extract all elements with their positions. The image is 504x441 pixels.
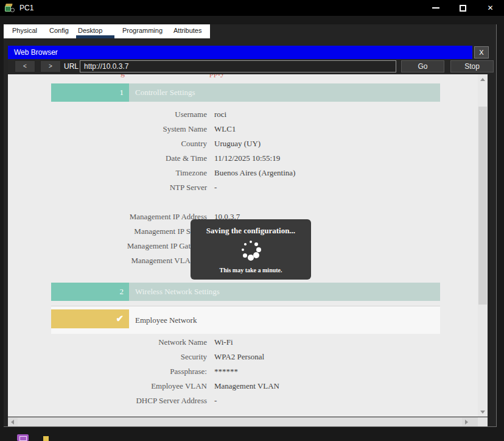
field-row: TimezoneBuenos Aires (Argentina) bbox=[51, 166, 440, 180]
vertical-scroll-thumb[interactable] bbox=[478, 107, 487, 305]
close-icon: ✕ bbox=[487, 4, 493, 12]
tab-desktop[interactable]: Desktop bbox=[78, 27, 102, 34]
field-value: 11/12/2025 10:55:19 bbox=[214, 153, 280, 163]
browser-titlebar: Web Browser bbox=[8, 46, 489, 59]
field-value: roci bbox=[214, 110, 226, 119]
tab-config[interactable]: Config bbox=[49, 27, 69, 34]
clipped-top-text: g pply bbox=[8, 74, 478, 79]
section-number: 1 bbox=[51, 83, 129, 102]
field-value: WLC1 bbox=[214, 124, 236, 134]
field-row: CountryUruguay (UY) bbox=[51, 136, 440, 151]
tab-programming[interactable]: Programming bbox=[122, 27, 163, 34]
controller-settings-fields: Usernameroci System NameWLC1 CountryUrug… bbox=[51, 107, 440, 195]
field-value: - bbox=[214, 396, 217, 406]
field-label: Security bbox=[51, 352, 207, 362]
tab-bar: Physical Config Desktop Programming Attr… bbox=[4, 24, 210, 38]
employee-network-label: Employee Network bbox=[135, 306, 197, 334]
vertical-scrollbar[interactable] bbox=[478, 74, 488, 417]
field-value: Buenos Aires (Argentina) bbox=[214, 168, 295, 178]
field-value: ****** bbox=[214, 367, 238, 376]
field-row: SecurityWPA2 Personal bbox=[51, 350, 440, 364]
scroll-up-button[interactable] bbox=[478, 74, 488, 84]
field-label: DHCP Server Address bbox=[51, 396, 207, 406]
scroll-left-button[interactable] bbox=[8, 417, 16, 426]
maximize-icon bbox=[460, 5, 466, 12]
minimize-icon bbox=[432, 7, 439, 9]
scroll-down-icon bbox=[480, 411, 485, 414]
field-value: WPA2 Personal bbox=[214, 352, 264, 362]
url-label: URL bbox=[64, 60, 79, 72]
browser-close-button[interactable]: X bbox=[474, 46, 489, 58]
pc-device-icon bbox=[5, 4, 15, 12]
scroll-right-button[interactable] bbox=[462, 417, 471, 426]
field-row: Employee VLANManagement VLAN bbox=[51, 379, 440, 393]
field-label: Passphrase: bbox=[51, 367, 207, 376]
field-value: Management VLAN bbox=[214, 381, 279, 391]
scroll-left-icon bbox=[11, 420, 14, 425]
section-number: 2 bbox=[51, 283, 129, 301]
field-row: Date & Time11/12/2025 10:55:19 bbox=[51, 151, 440, 166]
scroll-down-button[interactable] bbox=[478, 407, 488, 417]
field-label: Network Name bbox=[51, 337, 207, 347]
section-header-controller-settings: 1 Controller Settings bbox=[51, 83, 440, 102]
field-label: System Name bbox=[51, 124, 207, 134]
browser-title: Web Browser bbox=[8, 46, 489, 59]
field-row: DHCP Server Address- bbox=[51, 393, 440, 408]
field-label: NTP Server bbox=[51, 183, 207, 192]
scroll-up-icon bbox=[480, 78, 485, 81]
active-tab-indicator bbox=[76, 35, 114, 38]
window-titlebar: PC1 ✕ bbox=[0, 0, 504, 16]
field-value: - bbox=[214, 183, 217, 192]
section-header-wireless-settings: 2 Wireless Network Settings bbox=[51, 283, 440, 301]
dialog-subtitle: This may take a minute. bbox=[191, 267, 311, 273]
field-label: Country bbox=[51, 139, 207, 149]
field-label: Employee VLAN bbox=[51, 381, 207, 391]
field-row: System NameWLC1 bbox=[51, 122, 440, 136]
url-input[interactable]: http://10.0.3.7 bbox=[80, 60, 396, 72]
horizontal-scroll-thumb[interactable] bbox=[18, 418, 462, 426]
section-title: Wireless Network Settings bbox=[129, 283, 440, 301]
field-label: Timezone bbox=[51, 168, 207, 178]
field-label: Management IP S bbox=[51, 227, 191, 236]
field-row: Passphrase:****** bbox=[51, 364, 440, 379]
forward-button[interactable]: > bbox=[40, 60, 61, 72]
field-label: Management IP Gat bbox=[51, 241, 191, 251]
clipped-fragment: pply bbox=[209, 74, 225, 78]
employee-network-row: ✔ Employee Network bbox=[51, 306, 440, 334]
field-value: Uruguay (UY) bbox=[214, 139, 261, 149]
window-title: PC1 bbox=[19, 4, 33, 12]
dialog-title: Saving the configuration... bbox=[191, 226, 311, 236]
employee-network-badge: ✔ bbox=[51, 309, 129, 328]
section-title: Controller Settings bbox=[129, 83, 440, 102]
saving-dialog: Saving the configuration... This may tak… bbox=[191, 219, 311, 280]
field-row: Usernameroci bbox=[51, 107, 440, 122]
clipped-fragment: g bbox=[121, 74, 125, 78]
maximize-button[interactable] bbox=[449, 0, 477, 16]
back-button[interactable]: < bbox=[15, 60, 35, 72]
taskbar-icon[interactable] bbox=[17, 434, 29, 441]
browser-viewport: g pply 1 Controller Settings Usernameroc… bbox=[8, 74, 478, 417]
tab-attributes[interactable]: Attributes bbox=[173, 27, 201, 34]
app-frame: Physical Config Desktop Programming Attr… bbox=[4, 24, 497, 427]
tab-physical[interactable]: Physical bbox=[12, 27, 37, 34]
field-label: Username bbox=[51, 110, 207, 119]
field-label: Management IP Address bbox=[51, 212, 207, 222]
field-label: Management VLA bbox=[51, 256, 191, 266]
field-label: Date & Time bbox=[51, 153, 207, 163]
wireless-network-fields: Network NameWi-Fi SecurityWPA2 Personal … bbox=[51, 335, 440, 408]
field-value: Wi-Fi bbox=[214, 337, 233, 347]
field-row: NTP Server- bbox=[51, 180, 440, 195]
stop-button[interactable]: Stop bbox=[450, 60, 494, 72]
horizontal-scrollbar[interactable] bbox=[8, 417, 478, 426]
browser-toolbar: < > URL http://10.0.3.7 Go Stop bbox=[8, 59, 489, 74]
checkmark-icon: ✔ bbox=[116, 314, 129, 323]
scroll-right-icon bbox=[465, 420, 468, 425]
scrollbar-corner bbox=[478, 417, 488, 426]
go-button[interactable]: Go bbox=[401, 60, 444, 72]
close-button[interactable]: ✕ bbox=[477, 0, 504, 16]
minimize-button[interactable] bbox=[422, 0, 449, 16]
taskbar-icon[interactable] bbox=[43, 436, 49, 441]
field-row: Network NameWi-Fi bbox=[51, 335, 440, 350]
